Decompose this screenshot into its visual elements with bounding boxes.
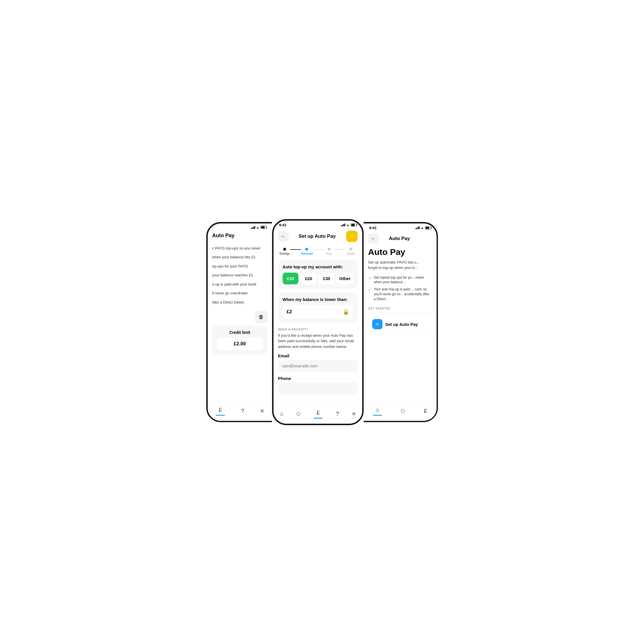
nav-header-right: ← Auto Pay xyxy=(364,231,437,247)
infinity-icon: ∞ xyxy=(372,319,383,329)
bolt-icon-middle: ⚡ xyxy=(349,233,355,239)
bottom-nav-left: £ ? ≡ xyxy=(208,402,272,421)
delete-btn-wrap: 🗑 xyxy=(212,308,267,326)
battery-icon-middle xyxy=(351,223,356,227)
check-icon-1: ✓ xyxy=(368,276,372,281)
balance-card: When my balance is lower than: £2 🔒 xyxy=(278,292,358,323)
status-time-middle: 9:41 xyxy=(279,223,287,227)
phone-right: 9:41 ▲ ← Auto Pay xyxy=(364,222,438,422)
pound-icon-left: £ xyxy=(219,407,222,413)
nav-indicator-middle xyxy=(314,418,323,419)
stepper-label-pay: Pay xyxy=(326,252,332,255)
credit-limit-label: Credit limit xyxy=(217,330,263,335)
menu-icon-middle: ≡ xyxy=(352,411,356,417)
stepper-label-energy: Energy xyxy=(280,252,290,255)
topup-amount-title: Auto top-up my account with: xyxy=(283,264,353,269)
left-nav-title: Auto Pay xyxy=(212,233,235,238)
balance-display: £2 🔒 xyxy=(283,305,353,318)
balance-value: £2 xyxy=(287,309,292,315)
menu-icon-left: ≡ xyxy=(260,408,264,414)
content-right: Auto Pay Set up automatic PAYG top-u...f… xyxy=(364,247,437,356)
left-text-5: o-up is paid with your bank xyxy=(212,282,267,287)
setup-btn-label: Set up Auto Pay xyxy=(385,322,418,327)
journey-icon-right: ⬡ xyxy=(401,408,405,414)
wifi-icon-middle: ▲ xyxy=(346,223,350,227)
pound-icon-middle: £ xyxy=(317,409,320,416)
setup-autopay-button[interactable]: ∞ Set up Auto Pay xyxy=(368,316,432,333)
bullet-text-1: Set repeat top-ups for yo... meter when … xyxy=(374,275,432,285)
help-icon-middle: ? xyxy=(336,411,339,417)
stepper-dot-pay xyxy=(328,248,330,251)
bullet-list-right: ✓ Set repeat top-ups for yo... meter whe… xyxy=(368,275,432,302)
back-icon-right: ← xyxy=(371,236,376,241)
bottom-nav-right: ⌂ ⬡ £ xyxy=(364,402,437,421)
journey-icon-middle: ⬡ xyxy=(296,411,300,417)
nav-item-help-middle[interactable]: ? xyxy=(334,409,341,418)
topup-amount-card: Auto top-up my account with: £10 £20 £30… xyxy=(278,260,358,289)
nav-item-menu-left[interactable]: ≡ xyxy=(258,407,266,415)
bolt-button-middle[interactable]: ⚡ xyxy=(346,231,358,242)
left-text-1: c PAYG top-ups so you never xyxy=(212,245,267,251)
lock-icon: 🔒 xyxy=(343,309,349,315)
status-bar-middle: 9:41 ▲ xyxy=(274,221,362,228)
stepper-line-3 xyxy=(334,249,345,250)
back-button-middle[interactable]: ← xyxy=(278,231,288,241)
stepper-label-done: Done xyxy=(347,252,354,255)
receipt-text: If you'd like a receipt when your Auto P… xyxy=(278,333,358,350)
back-button-right[interactable]: ← xyxy=(368,233,379,244)
status-bar-left: ▲ xyxy=(208,223,272,230)
left-text-6: ll never go overdrawn xyxy=(212,290,267,296)
stepper-step-amount: Amount xyxy=(301,248,313,255)
check-icon-2: ✓ xyxy=(368,287,372,293)
pound-icon-right: £ xyxy=(424,408,427,414)
amount-btn-other[interactable]: Other xyxy=(337,273,353,284)
signal-bars-right xyxy=(415,226,420,229)
nav-item-pound-right[interactable]: £ xyxy=(421,407,429,415)
amount-grid: £10 £20 £30 Other xyxy=(283,273,353,284)
status-icons-right: ▲ xyxy=(415,226,431,229)
phone-input[interactable] xyxy=(278,383,358,395)
delete-button[interactable]: 🗑 xyxy=(255,311,267,323)
nav-item-home-right[interactable]: ⌂ xyxy=(370,405,384,417)
nav-item-menu-middle[interactable]: ≡ xyxy=(350,409,358,418)
phone-label: Phone xyxy=(278,376,358,381)
nav-item-help-left[interactable]: ? xyxy=(239,407,247,415)
status-icons-middle: ▲ xyxy=(341,223,356,227)
nav-item-journey-right[interactable]: ⬡ xyxy=(399,407,407,415)
credit-limit-card: Credit limit £2.00 xyxy=(212,326,267,355)
battery-icon-left xyxy=(261,226,266,229)
email-input[interactable] xyxy=(278,360,358,372)
stepper-step-energy: Energy xyxy=(279,248,290,255)
bullet-item-2: ✓ Your auto top-up is paid ... card, so … xyxy=(368,287,432,301)
home-icon-middle: ⌂ xyxy=(280,411,283,417)
credit-limit-value: £2.00 xyxy=(217,338,263,350)
status-time-right: 9:41 xyxy=(369,226,377,230)
nav-indicator-left xyxy=(216,415,225,416)
receipt-label: NEED A RECEIPT? xyxy=(278,328,358,331)
stepper-dot-done xyxy=(349,248,352,251)
bottom-nav-middle: ⌂ ⬡ £ ? ≡ xyxy=(274,405,362,424)
home-icon-right: ⌂ xyxy=(376,407,379,413)
amount-btn-30[interactable]: £30 xyxy=(319,273,334,284)
phone-left: ▲ Auto Pay c PAYG top-ups so you never w… xyxy=(206,222,272,422)
status-bar-right: 9:41 ▲ xyxy=(364,223,437,231)
nav-item-pound-middle[interactable]: £ xyxy=(311,408,325,420)
amount-btn-20[interactable]: £20 xyxy=(301,273,316,284)
status-icons-left: ▲ xyxy=(251,226,266,229)
nav-item-pound-left[interactable]: £ xyxy=(213,405,227,417)
phone-middle: 9:41 ▲ ← Set up Auto Pay ⚡ xyxy=(272,219,364,425)
nav-item-journey-middle[interactable]: ⬡ xyxy=(294,410,303,418)
stepper-dot-amount xyxy=(305,248,308,251)
nav-header-middle: ← Set up Auto Pay ⚡ xyxy=(274,228,362,245)
stepper-line-1 xyxy=(290,249,301,250)
amount-btn-10[interactable]: £10 xyxy=(283,273,298,284)
right-page-title: Auto Pay xyxy=(368,247,432,257)
stepper-line-2 xyxy=(313,249,324,250)
bullet-text-2: Your auto top-up is paid ... card, so yo… xyxy=(374,287,432,301)
stepper-label-amount: Amount xyxy=(301,252,313,255)
left-nav-header: Auto Pay xyxy=(208,230,272,241)
right-subtitle: Set up automatic PAYG top-u...forget to … xyxy=(368,259,432,271)
help-icon-left: ? xyxy=(241,408,244,414)
left-text-7: (like a Direct Debit). xyxy=(212,300,267,305)
nav-item-home-middle[interactable]: ⌂ xyxy=(278,409,286,418)
